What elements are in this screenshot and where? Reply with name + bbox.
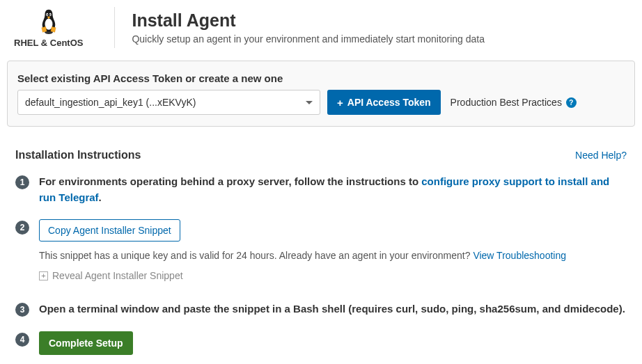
step3-text: Open a terminal window and paste the sni… <box>39 303 625 315</box>
expand-icon: + <box>39 271 48 280</box>
view-troubleshooting-link[interactable]: View Troubleshooting <box>473 250 566 261</box>
step-number-4: 4 <box>15 333 29 347</box>
best-practices-label: Production Best Practices <box>451 97 562 108</box>
reveal-snippet-toggle[interactable]: + Reveal Agent Installer Snippet <box>39 269 627 283</box>
add-api-token-button[interactable]: + API Access Token <box>327 90 441 115</box>
copy-snippet-button[interactable]: Copy Agent Installer Snippet <box>39 219 180 242</box>
platform-label: RHEL & CentOS <box>14 38 83 48</box>
step-number-2: 2 <box>15 221 29 235</box>
step1-text-prefix: For environments operating behind a prox… <box>39 175 421 187</box>
page-title: Install Agent <box>132 10 485 31</box>
help-icon: ? <box>566 97 577 108</box>
instructions-title: Installation Instructions <box>15 149 141 161</box>
plus-icon: + <box>337 97 343 109</box>
page-subtitle: Quickly setup an agent in your environme… <box>132 33 485 45</box>
svg-point-4 <box>47 14 47 15</box>
token-select[interactable]: default_ingestion_api_key1 (...xEKVyK) <box>17 90 320 115</box>
need-help-link[interactable]: Need Help? <box>575 150 627 161</box>
best-practices-link[interactable]: Production Best Practices ? <box>448 97 577 108</box>
token-selected-value: default_ingestion_api_key1 (...xEKVyK) <box>25 97 196 108</box>
step-number-3: 3 <box>15 303 29 317</box>
token-panel: Select existing API Access Token or crea… <box>7 61 635 127</box>
chevron-down-icon <box>306 101 313 104</box>
complete-setup-button[interactable]: Complete Setup <box>39 331 133 355</box>
snippet-note-text: This snippet has a unique key and is val… <box>39 250 473 261</box>
step1-text-suffix: . <box>99 191 102 203</box>
svg-point-5 <box>49 14 50 15</box>
linux-icon <box>36 7 62 35</box>
platform-indicator: RHEL & CentOS <box>14 7 115 48</box>
step-number-1: 1 <box>15 175 29 189</box>
add-api-token-label: API Access Token <box>347 97 431 108</box>
token-panel-title: Select existing API Access Token or crea… <box>17 72 625 84</box>
reveal-snippet-label: Reveal Agent Installer Snippet <box>52 269 183 283</box>
